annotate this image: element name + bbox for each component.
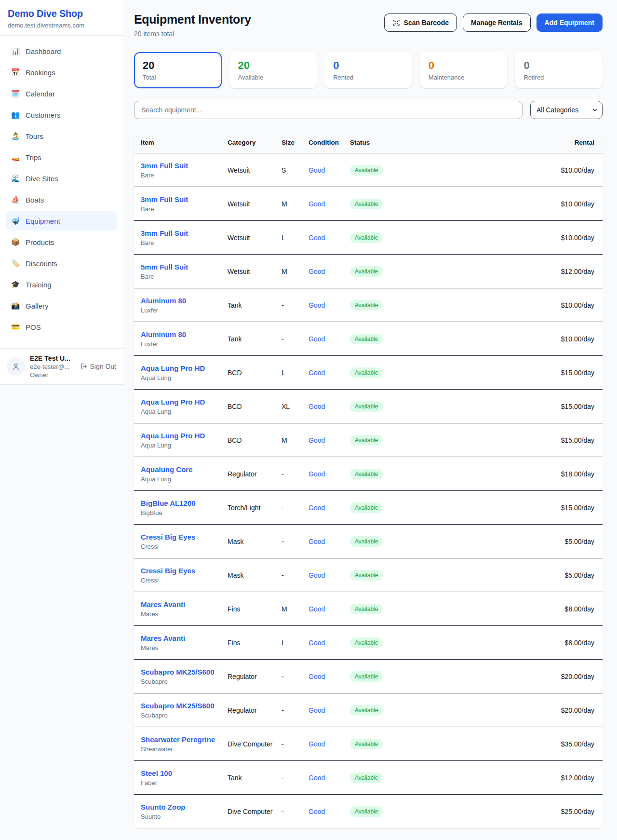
sidebar-item[interactable]: 🤿 Equipment	[6, 211, 117, 230]
table-row[interactable]: Shearwater Peregrine Shearwater Dive Com…	[134, 727, 603, 761]
sidebar-item[interactable]: 🏷️ Discounts	[6, 254, 117, 273]
table-row[interactable]: Aqua Lung Pro HD Aqua Lung BCD L Good Av…	[134, 356, 603, 390]
item-status-cell: Available	[350, 300, 532, 311]
status-badge: Available	[350, 469, 383, 479]
item-name-link[interactable]: Aqua Lung Pro HD	[141, 398, 205, 406]
sidebar-item[interactable]: 📅 Bookings	[6, 63, 117, 82]
item-condition-link[interactable]: Good	[308, 335, 325, 343]
sidebar-item[interactable]: 🏝️ Tours	[6, 126, 117, 146]
sidebar-item[interactable]: 👥 Customers	[6, 105, 117, 124]
item-condition-link[interactable]: Good	[308, 436, 325, 444]
sign-out-button[interactable]: Sign Out	[80, 363, 116, 370]
item-condition-link[interactable]: Good	[308, 774, 325, 782]
item-condition-link[interactable]: Good	[308, 301, 325, 309]
table-row[interactable]: Mares Avanti Mares Fins M Good Available…	[134, 592, 603, 626]
table-row[interactable]: Aluminum 80 Luxfer Tank - Good Available…	[134, 322, 603, 356]
item-brand: Cressi	[141, 577, 228, 584]
item-condition-link[interactable]: Good	[308, 369, 325, 377]
table-row[interactable]: Aqua Lung Pro HD Aqua Lung BCD M Good Av…	[134, 423, 603, 457]
item-name-link[interactable]: Cressi Big Eyes	[141, 567, 195, 575]
table-row[interactable]: Cressi Big Eyes Cressi Mask - Good Avail…	[134, 558, 603, 592]
add-equipment-button[interactable]: Add Equipment	[537, 14, 603, 32]
sidebar-item[interactable]: 🌊 Dive Sites	[6, 169, 117, 188]
item-condition-link[interactable]: Good	[308, 673, 325, 680]
sidebar-item[interactable]: 📊 Dashboard	[6, 41, 117, 61]
item-name-link[interactable]: 5mm Full Suit	[141, 263, 188, 271]
avatar	[7, 357, 25, 376]
scan-barcode-button[interactable]: Scan Barcode	[384, 14, 457, 32]
item-condition-link[interactable]: Good	[308, 808, 325, 815]
item-condition-link[interactable]: Good	[308, 605, 325, 613]
item-status-cell: Available	[350, 806, 532, 817]
table-row[interactable]: Scubapro MK25/S600 Scubapro Regulator - …	[134, 660, 603, 693]
item-condition-link[interactable]: Good	[308, 538, 325, 545]
stat-value: 0	[333, 59, 403, 72]
item-size: -	[282, 571, 308, 579]
item-name-link[interactable]: Scubapro MK25/S600	[141, 702, 215, 710]
table-row[interactable]: 5mm Full Suit Bare Wetsuit M Good Availa…	[134, 255, 603, 288]
item-name-link[interactable]: Aqua Lung Pro HD	[141, 364, 205, 372]
item-rental: $20.00/day	[532, 673, 594, 680]
item-condition-link[interactable]: Good	[308, 571, 325, 579]
item-condition-link[interactable]: Good	[308, 166, 325, 174]
sidebar-item[interactable]: 📦 Products	[6, 232, 117, 252]
item-name-link[interactable]: Mares Avanti	[141, 600, 185, 609]
item-name-link[interactable]: Aqua Lung Pro HD	[141, 432, 205, 440]
table-row[interactable]: 3mm Full Suit Bare Wetsuit L Good Availa…	[134, 221, 603, 255]
item-condition-link[interactable]: Good	[308, 403, 325, 410]
table-row[interactable]: 3mm Full Suit Bare Wetsuit S Good Availa…	[134, 153, 603, 187]
stat-card[interactable]: 20 Available	[229, 52, 317, 88]
item-name-link[interactable]: Mares Avanti	[141, 634, 185, 642]
search-input[interactable]	[134, 101, 523, 119]
item-category: Regulator	[228, 673, 282, 680]
item-condition-link[interactable]: Good	[308, 234, 325, 242]
item-name-link[interactable]: Shearwater Peregrine	[141, 735, 215, 744]
table-row[interactable]: Mares Avanti Mares Fins L Good Available…	[134, 626, 603, 660]
stat-card[interactable]: 0 Retired	[515, 52, 603, 88]
table-row[interactable]: Aqualung Core Aqua Lung Regulator - Good…	[134, 457, 603, 491]
stat-card[interactable]: 20 Total	[134, 52, 222, 88]
item-name-link[interactable]: 3mm Full Suit	[141, 195, 188, 203]
item-name-link[interactable]: BigBlue AL1200	[141, 499, 196, 507]
sidebar-item[interactable]: 🎓 Training	[6, 275, 117, 294]
category-select[interactable]: All Categories	[530, 101, 603, 119]
stat-card[interactable]: 0 Maintenance	[420, 52, 508, 88]
item-condition-link[interactable]: Good	[308, 504, 325, 512]
item-condition-link[interactable]: Good	[308, 740, 325, 748]
manage-rentals-button[interactable]: Manage Rentals	[463, 14, 531, 32]
item-name-link[interactable]: Scubapro MK25/S600	[141, 668, 215, 676]
table-row[interactable]: 3mm Full Suit Bare Wetsuit M Good Availa…	[134, 187, 603, 221]
item-condition-link[interactable]: Good	[308, 268, 325, 275]
table-row[interactable]: Steel 100 Faber Tank - Good Available $1…	[134, 761, 603, 795]
table-row[interactable]: Aqua Lung Pro HD Aqua Lung BCD XL Good A…	[134, 390, 603, 423]
item-name-link[interactable]: Aluminum 80	[141, 297, 186, 305]
sidebar-item[interactable]: 🚤 Trips	[6, 148, 117, 167]
item-category: Regulator	[228, 706, 282, 714]
item-name-link[interactable]: 3mm Full Suit	[141, 162, 188, 170]
item-name-link[interactable]: Aluminum 80	[141, 330, 186, 339]
item-name-link[interactable]: Suunto Zoop	[141, 803, 185, 811]
table-row[interactable]: Cressi Big Eyes Cressi Mask - Good Avail…	[134, 525, 603, 558]
table-row[interactable]: Aluminum 80 Luxfer Tank - Good Available…	[134, 288, 603, 322]
item-name-link[interactable]: Steel 100	[141, 769, 172, 777]
item-category: Mask	[228, 538, 282, 545]
sidebar-item[interactable]: 📸 Gallery	[6, 296, 117, 315]
item-condition-link[interactable]: Good	[308, 200, 325, 208]
status-badge: Available	[350, 536, 383, 547]
col-size: Size	[282, 139, 308, 146]
item-name-link[interactable]: 3mm Full Suit	[141, 229, 188, 237]
table-row[interactable]: Scubapro MK25/S600 Scubapro Regulator - …	[134, 693, 603, 727]
sidebar-item[interactable]: 🗓️ Calendar	[6, 84, 117, 103]
item-cell: Steel 100 Faber	[141, 769, 228, 786]
table-row[interactable]: Suunto Zoop Suunto Dive Computer - Good …	[134, 795, 603, 828]
item-status-cell: Available	[350, 469, 532, 479]
item-condition-link[interactable]: Good	[308, 639, 325, 647]
sidebar-item[interactable]: 💳 POS	[6, 317, 117, 337]
stat-card[interactable]: 0 Rented	[324, 52, 412, 88]
item-name-link[interactable]: Aqualung Core	[141, 465, 193, 474]
item-condition-link[interactable]: Good	[308, 706, 325, 714]
table-row[interactable]: BigBlue AL1200 BigBlue Torch/Light - Goo…	[134, 491, 603, 525]
item-name-link[interactable]: Cressi Big Eyes	[141, 533, 195, 541]
sidebar-item[interactable]: ⛵ Boats	[6, 190, 117, 209]
item-condition-link[interactable]: Good	[308, 470, 325, 478]
